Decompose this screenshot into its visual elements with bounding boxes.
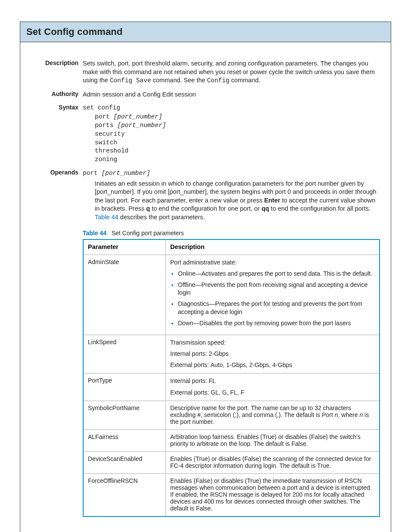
desc-porttype: Internal ports: FL External ports: GL, G… [166,373,380,401]
op-mid3: to end the configuration for all ports. [269,205,371,212]
code-config: Config [207,77,229,84]
param-symbolicportname: SymbolicPortName [83,401,166,429]
col-description: Description [166,240,380,255]
table-number: Table 44 [83,230,106,236]
op-enter: Enter [264,197,280,204]
table-row: LinkSpeed Transmission speed: Internal p… [83,335,380,373]
linkspeed-p2: Internal ports: 2-Gbps [170,350,375,358]
op-post: describes the port parameters. [118,214,205,221]
adminstate-diagnostics: Diagnostics—Prepares the port for testin… [178,300,375,315]
spn-mid: , where [338,411,360,418]
adminstate-online: Online—Activates and prepares the port t… [178,270,375,277]
col-parameter: Parameter [83,240,166,255]
operands-value: port [port_number] Initiates an edit ses… [83,169,378,221]
operands-desc: Initiates an edit session in which to ch… [83,180,378,222]
op-q: q [146,205,150,212]
desc-text-post: command. [230,77,261,84]
authority-row: Authority Admin session and a Config Edi… [33,90,378,99]
syntax-ports-arg: [port_number] [117,122,166,129]
operands-label: Operands [33,169,83,176]
table-row: SymbolicPortName Descriptive name for th… [83,401,380,429]
operands-row: Operands port [port_number] Initiates an… [33,169,378,221]
desc-alfairness: Arbitration loop fairness. Enables (True… [166,429,380,451]
param-adminstate: AdminState [83,255,166,335]
desc-symbolicportname: Descriptive name for the port. The name … [166,401,380,429]
syntax-port: port [95,113,114,120]
syntax-port-arg: [port_number] [114,113,162,120]
op-mid2: to end the configuration for one port, o… [150,205,262,212]
table-title: Set Config port parameters [112,230,184,236]
desc-linkspeed: Transmission speed: Internal ports: 2-Gb… [166,335,380,373]
table-row: DeviceScanEnabled Enables (True) or disa… [83,451,380,473]
param-forceofflinerscn: ForceOfflineRSCN [83,473,166,516]
syntax-cmd: set config [83,104,378,112]
table-caption: Table 44 Set Config port parameters [83,230,378,236]
param-devicescanenabled: DeviceScanEnabled [83,451,166,473]
spn-pre: Descriptive name for the port. The name … [170,404,351,418]
code-config-save: Config Save [110,77,151,84]
description-label: Description [33,59,83,66]
param-alfairness: ALFairness [83,429,166,451]
table-row: AdminState Port administrative state: On… [83,255,380,335]
param-linkspeed: LinkSpeed [83,335,166,373]
description-row: Description Sets switch, port, port thre… [33,59,378,85]
operands-arg: [port_number] [102,170,150,177]
syntax-ports: ports [95,122,117,129]
page-title: Set Config command [26,26,385,37]
operands-cmd: port [83,170,102,177]
porttype-p2: External ports: GL, G, FL, F [170,389,375,396]
page: Set Config command Description Sets swit… [20,22,391,532]
content-area: Description Sets switch, port, port thre… [20,42,391,521]
param-porttype: PortType [83,373,166,401]
porttype-p1: Internal ports: FL [170,377,375,385]
desc-devicescanenabled: Enables (True) or disables (False) the s… [166,451,380,473]
title-bar: Set Config command [20,22,391,42]
table-row: PortType Internal ports: FL External por… [83,373,380,401]
table-reference-link[interactable]: Table 44 [95,214,118,221]
param-table: Parameter Description AdminState Port ad… [83,239,380,517]
linkspeed-p3: External ports: Auto, 1-Gbps, 2-Gbps, 4-… [170,361,375,369]
description-text: Sets switch, port, port threshold alarm,… [83,59,378,85]
desc-text-mid: command. See the [151,77,207,84]
table-header-row: Parameter Description [83,240,380,255]
table-row: ALFairness Arbitration loop fairness. En… [83,429,380,451]
linkspeed-p1: Transmission speed: [170,339,375,346]
syntax-block: set config port [port_number] ports [por… [83,104,378,164]
desc-adminstate: Port administrative state: Online—Activa… [166,255,380,335]
syntax-threshold: threshold [95,147,378,156]
syntax-security: security [95,130,378,139]
syntax-label: Syntax [33,104,83,111]
adminstate-offline: Offline—Prevents the port from receiving… [178,281,375,296]
desc-forceofflinerscn: Enables (False) or disables (True) the i… [166,473,380,516]
syntax-switch: switch [95,139,378,147]
authority-label: Authority [33,90,83,97]
adminstate-lead: Port administrative state: [170,258,375,266]
adminstate-down: Down—Disables the port by removing power… [178,319,375,327]
table-row: ForceOfflineRSCN Enables (False) or disa… [83,473,380,516]
op-qq: qq [262,205,269,212]
authority-text: Admin session and a Config Edit session [83,90,378,99]
spn-n1: n [335,411,338,418]
syntax-row: Syntax set config port [port_number] por… [33,104,378,164]
syntax-zoning: zoning [95,156,378,164]
